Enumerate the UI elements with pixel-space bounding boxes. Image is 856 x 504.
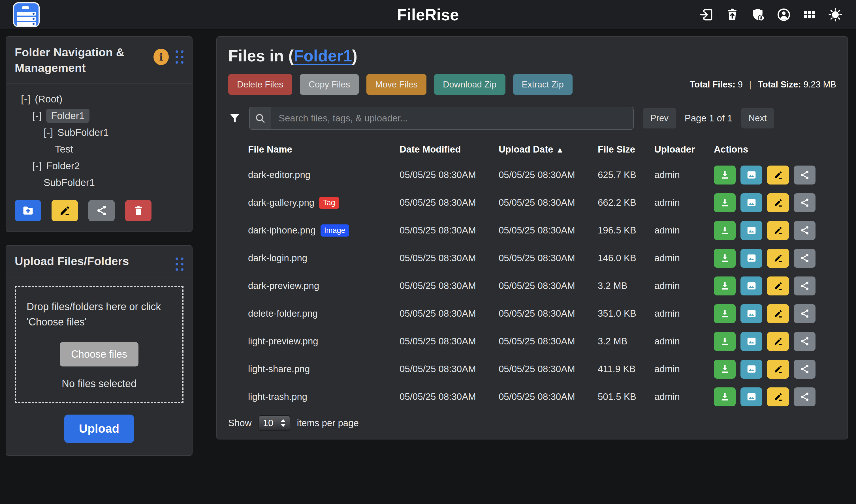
file-name[interactable]: light-preview.png	[248, 336, 318, 347]
folder-tree-label[interactable]: Folder1	[46, 109, 89, 123]
drag-handle-icon[interactable]	[176, 50, 184, 64]
download-button[interactable]	[714, 249, 736, 268]
share-button[interactable]	[794, 193, 816, 212]
folder-tree-label[interactable]: Test	[55, 143, 73, 155]
tree-expand-toggle[interactable]: [-]	[43, 127, 53, 138]
rename-folder-button[interactable]	[52, 200, 78, 221]
user-profile-icon[interactable]	[776, 7, 791, 22]
rename-button[interactable]	[767, 249, 789, 268]
column-header-uploader[interactable]: Uploader	[654, 144, 714, 155]
preview-button[interactable]	[740, 249, 762, 268]
download-button[interactable]	[714, 165, 736, 184]
file-name[interactable]: dark-preview.png	[248, 281, 319, 291]
share-button[interactable]	[794, 360, 816, 379]
download-button[interactable]	[714, 388, 736, 407]
folder-tree-item[interactable]: [-] Folder2	[15, 158, 184, 174]
download-button[interactable]	[714, 332, 736, 351]
file-name[interactable]: dark-login.png	[248, 253, 307, 264]
preview-image-icon	[746, 169, 757, 180]
prev-page-button[interactable]: Prev	[643, 108, 676, 128]
file-dropzone[interactable]: Drop files/folders here or click 'Choose…	[15, 286, 184, 403]
folder-tree-label[interactable]: SubFolder1	[57, 127, 109, 138]
share-button[interactable]	[794, 388, 816, 407]
folder-tree-item[interactable]: [-] (Root)	[15, 91, 184, 108]
apps-grid-icon[interactable]	[802, 7, 817, 22]
download-button[interactable]	[714, 276, 736, 295]
folder-tree-label[interactable]: (Root)	[35, 93, 62, 105]
drag-handle-icon[interactable]	[176, 257, 184, 271]
rename-button[interactable]	[767, 276, 789, 295]
rename-button[interactable]	[767, 360, 789, 379]
preview-button[interactable]	[740, 276, 762, 295]
file-name[interactable]: dark-editor.png	[248, 169, 310, 180]
preview-button[interactable]	[740, 304, 762, 323]
current-folder-link[interactable]: Folder1	[294, 47, 352, 65]
tree-expand-toggle[interactable]: [-]	[32, 160, 42, 172]
admin-shield-icon[interactable]	[750, 7, 766, 22]
share-button[interactable]	[794, 332, 816, 351]
logout-icon[interactable]	[699, 7, 714, 22]
filter-icon[interactable]	[228, 112, 241, 125]
file-list-card: Files in (Folder1) Delete Files Copy Fil…	[216, 36, 848, 439]
rename-button[interactable]	[767, 165, 789, 184]
download-button[interactable]	[714, 304, 736, 323]
column-header-modified[interactable]: Date Modified	[400, 144, 499, 155]
folder-navigation-card: Folder Navigation & Management i [-] (Ro…	[6, 36, 193, 232]
column-header-size[interactable]: File Size	[598, 144, 654, 155]
rename-button[interactable]	[767, 388, 789, 407]
folder-tree-item[interactable]: Test	[15, 141, 184, 158]
filerise-logo-icon[interactable]	[13, 2, 40, 27]
column-header-uploaded[interactable]: Upload Date▲	[499, 144, 598, 155]
rename-button[interactable]	[767, 332, 789, 351]
download-zip-button[interactable]: Download Zip	[434, 74, 505, 95]
file-name[interactable]: light-share.png	[248, 364, 310, 374]
preview-image-icon	[746, 336, 757, 347]
theme-toggle-sun-icon[interactable]	[828, 7, 843, 22]
delete-folder-button[interactable]	[125, 200, 152, 221]
rename-button[interactable]	[767, 193, 789, 212]
rename-button[interactable]	[767, 221, 789, 240]
column-header-name[interactable]: File Name	[248, 144, 400, 155]
share-folder-button[interactable]	[88, 200, 115, 221]
tree-expand-toggle[interactable]: [-]	[21, 93, 31, 105]
share-button[interactable]	[794, 304, 816, 323]
choose-files-button[interactable]: Choose files	[60, 342, 138, 366]
preview-button[interactable]	[740, 388, 762, 407]
move-files-button[interactable]: Move Files	[366, 74, 426, 95]
preview-button[interactable]	[740, 221, 762, 240]
preview-button[interactable]	[740, 165, 762, 184]
download-button[interactable]	[714, 193, 736, 212]
share-button[interactable]	[794, 276, 816, 295]
preview-button[interactable]	[740, 360, 762, 379]
create-folder-button[interactable]	[15, 200, 41, 221]
preview-button[interactable]	[740, 193, 762, 212]
tree-expand-toggle[interactable]: [-]	[32, 110, 42, 121]
folder-tree-item[interactable]: [-] SubFolder1	[15, 124, 184, 141]
share-button[interactable]	[794, 249, 816, 268]
file-name[interactable]: delete-folder.png	[248, 308, 318, 319]
download-button[interactable]	[714, 360, 736, 379]
search-input[interactable]	[271, 107, 633, 129]
file-name[interactable]: light-trash.png	[248, 391, 307, 402]
share-button[interactable]	[794, 221, 816, 240]
items-per-page-select[interactable]: 10	[259, 415, 290, 431]
folder-tree-label[interactable]: Folder2	[46, 160, 80, 172]
date-modified-cell: 05/05/25 08:30AM	[400, 391, 499, 402]
file-name[interactable]: dark-iphone.png	[248, 225, 316, 236]
download-button[interactable]	[714, 221, 736, 240]
file-name[interactable]: dark-gallery.png	[248, 197, 314, 208]
preview-button[interactable]	[740, 332, 762, 351]
restore-trash-icon[interactable]	[724, 7, 740, 22]
next-page-button[interactable]: Next	[741, 108, 774, 128]
rename-button[interactable]	[767, 304, 789, 323]
delete-files-button[interactable]: Delete Files	[228, 74, 292, 95]
folder-tree-label[interactable]: SubFolder1	[43, 177, 95, 188]
info-icon[interactable]: i	[154, 49, 169, 65]
app-title: FileRise	[397, 5, 459, 24]
folder-tree-item[interactable]: SubFolder1	[15, 174, 184, 191]
share-button[interactable]	[794, 165, 816, 184]
upload-button[interactable]: Upload	[64, 415, 134, 443]
extract-zip-button[interactable]: Extract Zip	[513, 74, 573, 95]
folder-tree-item[interactable]: [-] Folder1	[15, 108, 184, 124]
copy-files-button[interactable]: Copy Files	[300, 74, 359, 95]
